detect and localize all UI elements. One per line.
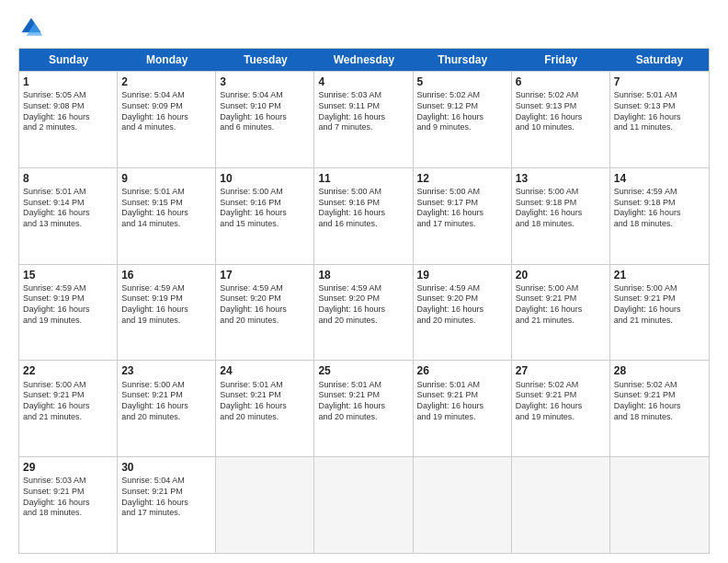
- day-number: 5: [417, 75, 507, 89]
- header-day-saturday: Saturday: [610, 49, 709, 71]
- day-cell-27: 27Sunrise: 5:02 AMSunset: 9:21 PMDayligh…: [512, 361, 610, 456]
- day-info: Sunrise: 5:01 AMSunset: 9:21 PMDaylight:…: [417, 380, 507, 423]
- day-cell-22: 22Sunrise: 5:00 AMSunset: 9:21 PMDayligh…: [19, 361, 118, 456]
- day-cell-30: 30Sunrise: 5:04 AMSunset: 9:21 PMDayligh…: [118, 457, 216, 553]
- day-number: 22: [23, 363, 113, 378]
- day-cell-6: 6Sunrise: 5:02 AMSunset: 9:13 PMDaylight…: [512, 72, 610, 167]
- day-info: Sunrise: 4:59 AMSunset: 9:20 PMDaylight:…: [417, 283, 507, 327]
- day-info: Sunrise: 5:00 AMSunset: 9:18 PMDaylight:…: [516, 187, 606, 230]
- calendar-row-2: 15Sunrise: 4:59 AMSunset: 9:19 PMDayligh…: [19, 264, 709, 361]
- empty-cell: [610, 457, 709, 553]
- header-day-tuesday: Tuesday: [216, 49, 314, 71]
- day-cell-18: 18Sunrise: 4:59 AMSunset: 9:20 PMDayligh…: [314, 265, 413, 361]
- day-info: Sunrise: 5:04 AMSunset: 9:09 PMDaylight:…: [121, 90, 211, 133]
- day-number: 25: [318, 363, 408, 378]
- day-info: Sunrise: 4:59 AMSunset: 9:19 PMDaylight:…: [121, 283, 211, 327]
- header-day-thursday: Thursday: [414, 49, 512, 71]
- empty-cell: [512, 457, 610, 553]
- day-cell-29: 29Sunrise: 5:03 AMSunset: 9:21 PMDayligh…: [19, 457, 118, 553]
- day-cell-24: 24Sunrise: 5:01 AMSunset: 9:21 PMDayligh…: [216, 361, 314, 456]
- day-info: Sunrise: 5:00 AMSunset: 9:21 PMDaylight:…: [23, 380, 113, 423]
- empty-cell: [414, 457, 512, 553]
- day-cell-13: 13Sunrise: 5:00 AMSunset: 9:18 PMDayligh…: [512, 168, 610, 264]
- day-cell-23: 23Sunrise: 5:00 AMSunset: 9:21 PMDayligh…: [118, 361, 216, 456]
- day-cell-25: 25Sunrise: 5:01 AMSunset: 9:21 PMDayligh…: [314, 361, 413, 456]
- day-number: 28: [614, 363, 705, 378]
- day-number: 21: [614, 268, 705, 282]
- day-number: 29: [23, 460, 113, 475]
- day-info: Sunrise: 5:05 AMSunset: 9:08 PMDaylight:…: [23, 90, 113, 133]
- calendar: SundayMondayTuesdayWednesdayThursdayFrid…: [18, 48, 710, 554]
- day-number: 7: [614, 75, 705, 89]
- day-cell-9: 9Sunrise: 5:01 AMSunset: 9:15 PMDaylight…: [118, 168, 216, 264]
- empty-cell: [216, 457, 314, 553]
- day-info: Sunrise: 5:03 AMSunset: 9:11 PMDaylight:…: [318, 90, 408, 133]
- day-cell-17: 17Sunrise: 4:59 AMSunset: 9:20 PMDayligh…: [216, 265, 314, 361]
- day-info: Sunrise: 5:01 AMSunset: 9:21 PMDaylight:…: [220, 380, 310, 423]
- day-cell-10: 10Sunrise: 5:00 AMSunset: 9:16 PMDayligh…: [216, 168, 314, 264]
- day-cell-15: 15Sunrise: 4:59 AMSunset: 9:19 PMDayligh…: [19, 265, 118, 361]
- calendar-header: SundayMondayTuesdayWednesdayThursdayFrid…: [19, 49, 709, 71]
- header: [18, 15, 710, 40]
- day-cell-3: 3Sunrise: 5:04 AMSunset: 9:10 PMDaylight…: [216, 72, 314, 167]
- day-number: 10: [220, 171, 310, 186]
- day-info: Sunrise: 5:01 AMSunset: 9:15 PMDaylight:…: [121, 187, 211, 230]
- day-info: Sunrise: 5:01 AMSunset: 9:13 PMDaylight:…: [614, 90, 705, 133]
- header-day-monday: Monday: [118, 49, 216, 71]
- day-number: 11: [318, 171, 408, 186]
- day-number: 9: [121, 171, 211, 186]
- day-info: Sunrise: 5:02 AMSunset: 9:12 PMDaylight:…: [417, 90, 507, 133]
- day-cell-19: 19Sunrise: 4:59 AMSunset: 9:20 PMDayligh…: [414, 265, 512, 361]
- header-day-sunday: Sunday: [19, 49, 118, 71]
- day-number: 6: [516, 75, 606, 89]
- day-number: 26: [417, 363, 507, 378]
- header-day-friday: Friday: [512, 49, 610, 71]
- day-number: 20: [516, 268, 606, 282]
- calendar-row-1: 8Sunrise: 5:01 AMSunset: 9:14 PMDaylight…: [19, 167, 709, 264]
- day-number: 2: [121, 75, 211, 89]
- day-info: Sunrise: 4:59 AMSunset: 9:20 PMDaylight:…: [318, 283, 408, 327]
- day-cell-14: 14Sunrise: 4:59 AMSunset: 9:18 PMDayligh…: [610, 168, 709, 264]
- day-number: 8: [23, 171, 113, 186]
- calendar-row-3: 22Sunrise: 5:00 AMSunset: 9:21 PMDayligh…: [19, 360, 709, 456]
- day-number: 12: [417, 171, 507, 186]
- day-info: Sunrise: 4:59 AMSunset: 9:18 PMDaylight:…: [614, 187, 705, 230]
- logo-icon: [18, 15, 44, 40]
- empty-cell: [314, 457, 413, 553]
- day-info: Sunrise: 5:00 AMSunset: 9:16 PMDaylight:…: [220, 187, 310, 230]
- day-cell-28: 28Sunrise: 5:02 AMSunset: 9:21 PMDayligh…: [610, 361, 709, 456]
- header-day-wednesday: Wednesday: [314, 49, 413, 71]
- day-number: 27: [516, 363, 606, 378]
- calendar-row-4: 29Sunrise: 5:03 AMSunset: 9:21 PMDayligh…: [19, 456, 709, 553]
- calendar-row-0: 1Sunrise: 5:05 AMSunset: 9:08 PMDaylight…: [19, 71, 709, 167]
- day-cell-21: 21Sunrise: 5:00 AMSunset: 9:21 PMDayligh…: [610, 265, 709, 361]
- day-info: Sunrise: 4:59 AMSunset: 9:19 PMDaylight:…: [23, 283, 113, 327]
- day-cell-8: 8Sunrise: 5:01 AMSunset: 9:14 PMDaylight…: [19, 168, 118, 264]
- day-number: 23: [121, 363, 211, 378]
- day-number: 1: [23, 75, 113, 89]
- day-number: 15: [23, 268, 113, 282]
- day-cell-20: 20Sunrise: 5:00 AMSunset: 9:21 PMDayligh…: [512, 265, 610, 361]
- logo: [18, 15, 48, 40]
- day-number: 3: [220, 75, 310, 89]
- day-number: 4: [318, 75, 408, 89]
- day-number: 30: [121, 460, 211, 475]
- day-number: 14: [614, 171, 705, 186]
- day-number: 17: [220, 268, 310, 282]
- day-info: Sunrise: 5:03 AMSunset: 9:21 PMDaylight:…: [23, 476, 113, 519]
- day-info: Sunrise: 5:00 AMSunset: 9:16 PMDaylight:…: [318, 187, 408, 230]
- day-cell-26: 26Sunrise: 5:01 AMSunset: 9:21 PMDayligh…: [414, 361, 512, 456]
- day-number: 24: [220, 363, 310, 378]
- day-number: 18: [318, 268, 408, 282]
- day-info: Sunrise: 5:00 AMSunset: 9:21 PMDaylight:…: [516, 283, 606, 327]
- day-number: 19: [417, 268, 507, 282]
- day-cell-2: 2Sunrise: 5:04 AMSunset: 9:09 PMDaylight…: [118, 72, 216, 167]
- day-info: Sunrise: 5:02 AMSunset: 9:21 PMDaylight:…: [516, 380, 606, 423]
- day-cell-7: 7Sunrise: 5:01 AMSunset: 9:13 PMDaylight…: [610, 72, 709, 167]
- day-cell-11: 11Sunrise: 5:00 AMSunset: 9:16 PMDayligh…: [314, 168, 413, 264]
- day-info: Sunrise: 5:04 AMSunset: 9:21 PMDaylight:…: [121, 476, 211, 519]
- day-info: Sunrise: 5:00 AMSunset: 9:21 PMDaylight:…: [121, 380, 211, 423]
- day-info: Sunrise: 5:02 AMSunset: 9:13 PMDaylight:…: [516, 90, 606, 133]
- day-cell-5: 5Sunrise: 5:02 AMSunset: 9:12 PMDaylight…: [414, 72, 512, 167]
- day-info: Sunrise: 5:00 AMSunset: 9:17 PMDaylight:…: [417, 187, 507, 230]
